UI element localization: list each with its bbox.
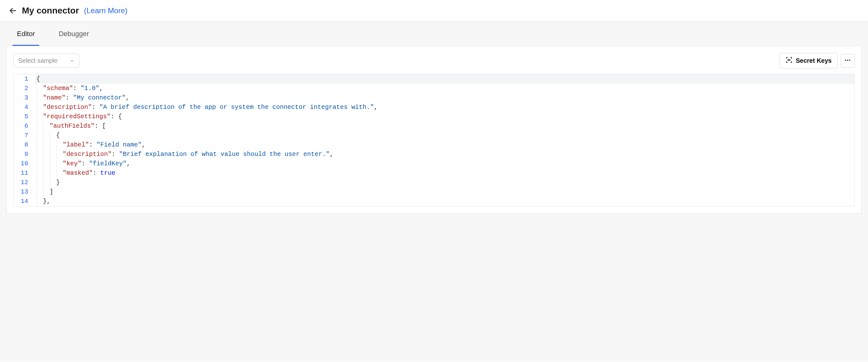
line-number: 11 xyxy=(14,168,35,178)
editor-panel: Select sample xyxy=(6,46,862,214)
code-line[interactable]: 5"requiredSettings": { xyxy=(14,112,854,121)
svg-point-4 xyxy=(849,60,850,61)
code-line[interactable]: 14}, xyxy=(14,197,854,206)
code-content[interactable]: "label": "Field name", xyxy=(35,140,854,150)
secret-keys-icon xyxy=(785,56,793,65)
code-content[interactable]: "key": "fieldKey", xyxy=(35,159,854,168)
code-content[interactable]: "description": "Brief explanation of wha… xyxy=(35,150,854,159)
code-content[interactable]: } xyxy=(35,178,854,187)
code-line[interactable]: 8"label": "Field name", xyxy=(14,140,854,150)
code-line[interactable]: 6"authFields": [ xyxy=(14,121,854,131)
code-content[interactable]: "name": "My connector", xyxy=(35,93,854,103)
content-area: Editor Debugger Select sample xyxy=(0,22,868,362)
code-content[interactable]: "description": "A brief description of t… xyxy=(35,103,854,112)
line-number: 9 xyxy=(14,150,35,159)
code-line[interactable]: 4"description": "A brief description of … xyxy=(14,103,854,112)
line-number: 6 xyxy=(14,121,35,131)
code-line[interactable]: 1{ xyxy=(14,74,854,84)
code-content[interactable]: "authFields": [ xyxy=(35,121,854,131)
code-line[interactable]: 11"masked": true xyxy=(14,168,854,178)
code-content[interactable]: { xyxy=(35,131,854,140)
code-editor[interactable]: 1{2"schema": "1.0",3"name": "My connecto… xyxy=(13,74,855,206)
tab-debugger[interactable]: Debugger xyxy=(54,22,93,46)
chevron-down-icon xyxy=(69,58,74,63)
line-number: 12 xyxy=(14,178,35,187)
more-menu-button[interactable] xyxy=(841,54,855,68)
editor-toolbar: Select sample xyxy=(13,53,855,68)
line-number: 10 xyxy=(14,159,35,168)
line-number: 13 xyxy=(14,187,35,197)
secret-keys-button[interactable]: Secret Keys xyxy=(780,53,838,68)
more-icon xyxy=(844,57,851,65)
code-content[interactable]: ] xyxy=(35,187,854,197)
code-content[interactable]: }, xyxy=(35,197,854,206)
page-title: My connector xyxy=(22,6,79,16)
code-content[interactable]: "schema": "1.0", xyxy=(35,84,854,93)
code-line[interactable]: 9"description": "Brief explanation of wh… xyxy=(14,150,854,159)
code-line[interactable]: 12} xyxy=(14,178,854,187)
line-number: 5 xyxy=(14,112,35,121)
learn-more-link[interactable]: (Learn More) xyxy=(84,6,127,15)
tabs: Editor Debugger xyxy=(0,22,868,46)
line-number: 14 xyxy=(14,197,35,206)
line-number: 3 xyxy=(14,93,35,103)
line-number: 8 xyxy=(14,140,35,150)
code-content[interactable]: "masked": true xyxy=(35,168,854,178)
line-number: 1 xyxy=(14,74,35,84)
secret-keys-label: Secret Keys xyxy=(796,57,832,64)
back-arrow-icon[interactable] xyxy=(9,7,17,15)
svg-point-2 xyxy=(845,60,846,61)
code-line[interactable]: 3"name": "My connector", xyxy=(14,93,854,103)
code-line[interactable]: 13] xyxy=(14,187,854,197)
code-content[interactable]: { xyxy=(35,74,854,84)
svg-point-3 xyxy=(847,60,848,61)
select-sample-placeholder: Select sample xyxy=(18,57,58,64)
line-number: 4 xyxy=(14,103,35,112)
code-line[interactable]: 10"key": "fieldKey", xyxy=(14,159,854,168)
line-number: 7 xyxy=(14,131,35,140)
top-bar: My connector (Learn More) xyxy=(0,0,868,22)
code-line[interactable]: 7{ xyxy=(14,131,854,140)
line-number: 2 xyxy=(14,84,35,93)
code-line[interactable]: 2"schema": "1.0", xyxy=(14,84,854,93)
select-sample-dropdown[interactable]: Select sample xyxy=(13,54,79,68)
tab-editor[interactable]: Editor xyxy=(12,22,39,46)
code-content[interactable]: "requiredSettings": { xyxy=(35,112,854,121)
